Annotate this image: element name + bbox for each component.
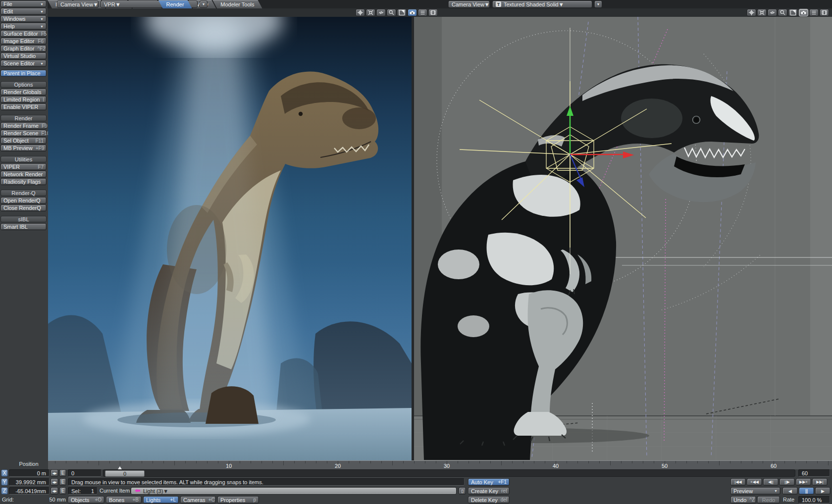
sidebar-item-network-render[interactable]: Network Render bbox=[0, 171, 47, 178]
undo-button[interactable]: Undo^Z bbox=[730, 496, 756, 504]
sidebar-item-surface-editor[interactable]: Surface EditorF5 bbox=[0, 30, 47, 37]
z-axis-badge[interactable]: Z bbox=[1, 487, 8, 495]
x-axis-badge[interactable]: X bbox=[1, 469, 8, 477]
rate-label: Rate bbox=[783, 496, 794, 504]
view-menu-icon[interactable] bbox=[809, 9, 819, 16]
sidebar-item-limited-region[interactable]: Limited Regionl bbox=[0, 96, 47, 103]
sidebar-item-render-scene[interactable]: Render SceneF10 bbox=[0, 130, 47, 137]
sidebar-section-options: Options bbox=[0, 81, 47, 88]
right-viewport-view-select[interactable]: Camera View▼ bbox=[448, 0, 490, 8]
grid-value: 50 mm bbox=[20, 496, 66, 504]
item-list-button[interactable]: ▯ bbox=[459, 487, 466, 495]
menu-help[interactable]: Help▼ bbox=[0, 23, 47, 30]
sidebar-item-enable-viper[interactable]: Enable VIPER bbox=[0, 103, 47, 110]
sidebar-item-smart-ibl[interactable]: Smart IBL bbox=[0, 223, 47, 230]
rotate-view-icon[interactable] bbox=[757, 9, 767, 16]
previous-key-button[interactable]: +◀◀ bbox=[747, 478, 762, 486]
x-position-field[interactable]: 0 m bbox=[9, 469, 50, 477]
render-view-icon[interactable] bbox=[799, 9, 808, 16]
sidebar-item-render-frame[interactable]: Render FrameF9 bbox=[0, 122, 47, 129]
grid-label: Grid: bbox=[2, 496, 14, 504]
right-viewport-mode-select[interactable]: TTextured Shaded Solid▼ bbox=[492, 0, 592, 8]
x-envelope-button[interactable]: E bbox=[59, 469, 66, 477]
pan-view-icon[interactable] bbox=[768, 9, 777, 16]
go-to-end-button[interactable]: ▶▶| bbox=[812, 478, 828, 486]
sidebar-item-mb-preview[interactable]: MB Preview+F9 bbox=[0, 145, 47, 151]
chevron-down-icon: ▼ bbox=[37, 2, 44, 6]
menu-file[interactable]: File▼ bbox=[0, 0, 47, 7]
right-viewport-canvas[interactable] bbox=[414, 17, 832, 460]
redo-button[interactable]: Redo bbox=[757, 496, 780, 504]
frame-slider-track[interactable]: 0 bbox=[103, 469, 795, 477]
scene-film-icon[interactable] bbox=[820, 9, 829, 16]
left-viewport-canvas[interactable] bbox=[48, 17, 412, 460]
sidebar-item-image-editor[interactable]: Image EditorF6 bbox=[0, 38, 47, 45]
right-viewport-options-dropdown[interactable]: ▼ bbox=[594, 0, 602, 8]
tab-modeler-tools[interactable]: Modeler Tools bbox=[212, 0, 262, 8]
view-menu-icon[interactable] bbox=[418, 9, 427, 16]
z-stepper[interactable]: ◀▶ bbox=[51, 487, 58, 495]
play-reverse-button[interactable]: ◀ bbox=[782, 487, 798, 495]
sidebar-item-open-renderq[interactable]: Open RenderQ bbox=[0, 197, 47, 204]
create-key-button[interactable]: Create Keyret bbox=[468, 487, 510, 495]
rate-field[interactable]: 100.0 % bbox=[798, 496, 830, 504]
sidebar-item-parent-in-place[interactable]: Parent in Place bbox=[0, 70, 47, 77]
sidebar-item-viper[interactable]: VIPERF7 bbox=[0, 163, 47, 170]
sidebar-item-render-globals[interactable]: Render Globals bbox=[0, 89, 47, 96]
last-frame-field[interactable]: 60 bbox=[798, 469, 830, 477]
ruler-tick-label: 50 bbox=[657, 463, 672, 469]
left-viewport-options-dropdown[interactable]: ▼ bbox=[200, 0, 208, 8]
pause-button[interactable]: || bbox=[799, 487, 814, 495]
y-axis-badge[interactable]: Y bbox=[1, 478, 8, 486]
item-type-cameras[interactable]: Cameras+C bbox=[180, 496, 216, 504]
delete-key-button[interactable]: Delete Keydel bbox=[468, 496, 510, 504]
current-frame-field[interactable]: 0 bbox=[68, 469, 102, 477]
sidebar-item-graph-editor[interactable]: Graph Editor^F2 bbox=[0, 45, 47, 52]
play-forward-button[interactable]: ▶ bbox=[815, 487, 831, 495]
status-bar: Drag mouse in view to move selected item… bbox=[68, 478, 465, 486]
y-envelope-button[interactable]: E bbox=[59, 478, 66, 486]
preview-dropdown[interactable]: Preview▼ bbox=[730, 487, 780, 495]
scene-film-icon[interactable] bbox=[428, 9, 438, 16]
item-type-bones[interactable]: Bones+B bbox=[106, 496, 142, 504]
item-type-objects[interactable]: Objects+O bbox=[68, 496, 104, 504]
auto-key-button[interactable]: Auto Key+F1 bbox=[468, 478, 510, 486]
chevron-down-icon: ▼ bbox=[484, 1, 490, 7]
z-position-field[interactable]: -65.0419mm bbox=[9, 487, 50, 495]
center-item-icon[interactable] bbox=[747, 9, 756, 16]
render-view-icon[interactable] bbox=[408, 9, 417, 16]
menu-edit[interactable]: Edit▼ bbox=[0, 8, 47, 15]
rotate-view-icon[interactable] bbox=[366, 9, 375, 16]
sidebar-item-radiosity-flags[interactable]: Radiosity Flags bbox=[0, 178, 47, 185]
minmax-view-icon[interactable] bbox=[397, 9, 407, 16]
sidebar-section-utilities: Utilities bbox=[0, 156, 47, 162]
sidebar-item-sel-object[interactable]: Sel ObjectF11 bbox=[0, 137, 47, 144]
pan-view-icon[interactable] bbox=[376, 9, 386, 16]
ruler-tick-label: 10 bbox=[221, 463, 236, 469]
zoom-view-icon[interactable] bbox=[387, 9, 396, 16]
minmax-view-icon[interactable] bbox=[788, 9, 798, 16]
current-item-dropdown[interactable]: Light (3) ▼ bbox=[131, 487, 457, 495]
step-back-button[interactable]: ◀|| bbox=[763, 478, 779, 486]
item-type-lights[interactable]: Lights+L bbox=[143, 496, 179, 504]
sidebar-item-scene-editor[interactable]: Scene Editor▼ bbox=[0, 60, 47, 67]
sidebar-item-close-renderq[interactable]: Close RenderQ bbox=[0, 204, 47, 211]
timeline-ruler[interactable]: 10 20 30 40 50 60 bbox=[48, 460, 832, 469]
go-to-start-button[interactable]: |◀◀ bbox=[730, 478, 746, 486]
menu-windows[interactable]: Windows▼ bbox=[0, 15, 47, 22]
ruler-tick-label: 40 bbox=[548, 463, 563, 469]
sidebar-item-virtual-studio[interactable]: Virtual Studio bbox=[0, 52, 47, 59]
properties-button[interactable]: Propertiesp bbox=[217, 496, 259, 504]
frame-slider-handle[interactable]: 0 bbox=[105, 470, 145, 477]
z-envelope-button[interactable]: E bbox=[59, 487, 66, 495]
textured-mode-icon: T bbox=[496, 1, 501, 7]
y-stepper[interactable]: ◀▶ bbox=[51, 478, 58, 486]
y-position-field[interactable]: 39.9992 mm bbox=[9, 478, 50, 486]
x-stepper[interactable]: ◀▶ bbox=[51, 469, 58, 477]
zoom-view-icon[interactable] bbox=[778, 9, 787, 16]
left-viewport-view-select[interactable]: Camera View▼ bbox=[57, 0, 99, 8]
tab-render[interactable]: Render bbox=[158, 0, 192, 8]
center-item-icon[interactable] bbox=[356, 9, 365, 16]
next-key-button[interactable]: ▶▶+ bbox=[796, 478, 811, 486]
step-forward-button[interactable]: ||▶ bbox=[780, 478, 795, 486]
